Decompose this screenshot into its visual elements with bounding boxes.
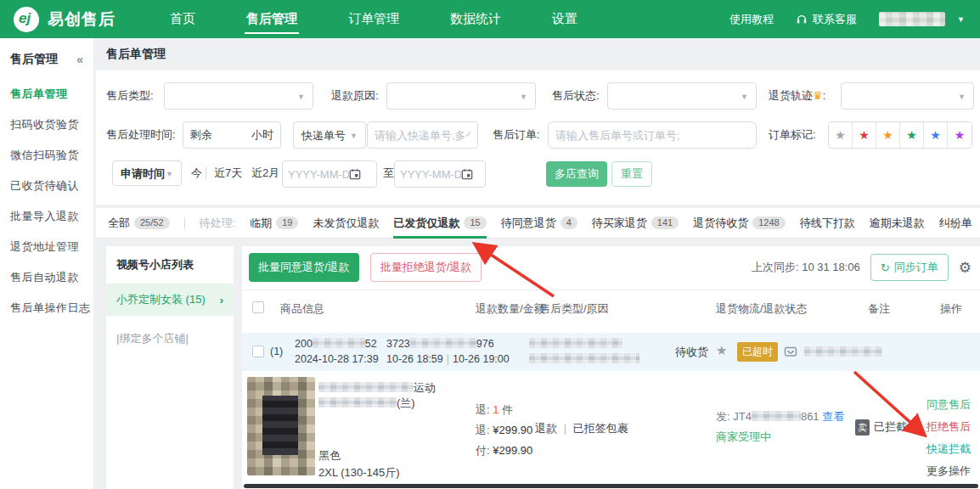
sync-orders-label: 同步订单 bbox=[894, 260, 938, 275]
nav-item-aftersale[interactable]: 售后管理 bbox=[245, 1, 299, 37]
merchant-status: 商家受理中 bbox=[716, 430, 771, 445]
sidebar-item-received-confirm[interactable]: 已收货待确认 bbox=[0, 171, 93, 201]
aftersale-status-select[interactable]: ▼ bbox=[607, 82, 757, 110]
nav-item-home[interactable]: 首页 bbox=[168, 1, 197, 37]
tab-near-deadline[interactable]: 临期19 bbox=[250, 208, 298, 239]
sidebar-item-scan-receive[interactable]: 扫码收货验货 bbox=[0, 110, 93, 140]
remaining-hours-input[interactable]: 剩余 小时 bbox=[183, 121, 281, 149]
reset-button[interactable]: 重置 bbox=[611, 161, 652, 187]
tab-await-buyer-return[interactable]: 待买家退货141 bbox=[592, 208, 679, 239]
contact-service-link[interactable]: 联系客服 bbox=[796, 12, 857, 27]
tab-badge: 19 bbox=[276, 216, 298, 229]
select-all-checkbox[interactable] bbox=[252, 301, 264, 313]
tab-return-await-receive[interactable]: 退货待收货1248 bbox=[693, 208, 785, 239]
tab-dispute[interactable]: 纠纷单 bbox=[939, 208, 972, 239]
sidebar-item-auto-refund[interactable]: 售后自动退款 bbox=[0, 262, 93, 293]
refund-reason-select[interactable]: ▼ bbox=[386, 82, 536, 110]
app-window: ej 易创售后 首页 售后管理 订单管理 数据统计 设置 使用教程 联系客服 ▼… bbox=[0, 0, 980, 489]
sync-orders-button[interactable]: ↻ 同步订单 bbox=[870, 254, 949, 281]
aftersale-order-input-field[interactable] bbox=[555, 123, 749, 147]
star-orange-button[interactable]: ★ bbox=[876, 122, 900, 148]
quick-2months-button[interactable]: 近2月 bbox=[251, 160, 279, 186]
batch-reject-button[interactable]: 批量拒绝退货/退款 bbox=[370, 253, 482, 282]
date-start-field[interactable] bbox=[288, 168, 349, 181]
return-track-select[interactable]: ▼ bbox=[841, 82, 974, 110]
tab-overdue-refund[interactable]: 逾期未退款 bbox=[870, 208, 925, 239]
nav-item-orders[interactable]: 订单管理 bbox=[346, 1, 401, 37]
caret-down-icon: ▼ bbox=[520, 93, 527, 101]
star-green-button[interactable]: ★ bbox=[900, 122, 924, 148]
star-mark-icon[interactable]: ★ bbox=[716, 343, 727, 358]
star-purple-button[interactable]: ★ bbox=[948, 122, 972, 148]
bind-more-stores-link[interactable]: |绑定多个店铺| bbox=[106, 316, 234, 362]
sidebar-item-return-address[interactable]: 退货地址管理 bbox=[0, 232, 93, 262]
tab-offline-payment[interactable]: 待线下打款 bbox=[800, 208, 855, 239]
tab-all[interactable]: 全部25/52 bbox=[108, 208, 170, 239]
nav-item-settings[interactable]: 设置 bbox=[550, 1, 579, 37]
star-gray-button[interactable]: ★ bbox=[829, 122, 853, 148]
product-image[interactable] bbox=[247, 377, 315, 475]
caret-down-icon: ▼ bbox=[350, 132, 358, 140]
sidebar-title: 售后管理 bbox=[10, 52, 58, 67]
tab-shipped-refund[interactable]: 已发货仅退款15 bbox=[393, 208, 486, 239]
multi-store-query-button[interactable]: 多店查询 bbox=[546, 161, 607, 187]
horizontal-scrollbar[interactable] bbox=[244, 484, 978, 488]
sidebar-item-batch-import[interactable]: 批量导入退款 bbox=[0, 201, 93, 232]
nav-item-stats[interactable]: 数据统计 bbox=[448, 1, 503, 37]
sidebar-item-operation-log[interactable]: 售后单操作日志 bbox=[0, 293, 93, 323]
tab-await-approve-return[interactable]: 待同意退货4 bbox=[501, 208, 577, 239]
quick-today-button[interactable]: 今 bbox=[191, 160, 202, 186]
brand-logo-icon: ej bbox=[14, 7, 39, 32]
timeout-tag: 已超时 bbox=[737, 342, 778, 362]
batch-approve-button[interactable]: 批量同意退货/退款 bbox=[249, 253, 359, 282]
last-sync-text: 上次同步: 10 31 18:06 bbox=[752, 260, 860, 275]
express-no-input[interactable] bbox=[367, 121, 478, 149]
seller-tag: 卖 bbox=[855, 419, 870, 436]
caret-down-icon: ▼ bbox=[166, 170, 173, 178]
crown-icon: ♛ bbox=[813, 89, 823, 102]
sidebar-item-wechat-scan[interactable]: 微信扫码验货 bbox=[0, 140, 93, 171]
aftersale-table-panel: 批量同意退货/退款 批量拒绝退货/退款 上次同步: 10 31 18:06 ↻ … bbox=[242, 246, 980, 489]
date-end-input[interactable] bbox=[394, 160, 486, 188]
star-blue-button[interactable]: ★ bbox=[924, 122, 948, 148]
order-date: 2024-10-28 17:39 bbox=[295, 353, 379, 365]
brand: ej 易创售后 bbox=[14, 7, 115, 32]
refund-amount: 退: ¥299.90 bbox=[476, 423, 532, 438]
tab-pending-label: 待处理: bbox=[200, 208, 236, 239]
aftersale-order-input[interactable] bbox=[548, 121, 757, 149]
apply-time-value: 申请时间 bbox=[121, 166, 165, 182]
view-link[interactable]: 查看 bbox=[822, 410, 844, 423]
ship-tracking: 发: JT4861 查看 bbox=[716, 409, 844, 424]
date-end-field[interactable] bbox=[400, 168, 461, 181]
row-checkbox[interactable] bbox=[252, 346, 264, 357]
process-time-label: 售后处理时间: bbox=[106, 121, 176, 149]
product-color: 黑色 bbox=[318, 448, 341, 464]
express-intercept-link[interactable]: 快递拦截 bbox=[926, 441, 980, 457]
aftersale-times: 10-26 18:59|10-26 19:00 bbox=[386, 353, 510, 365]
reject-aftersale-link[interactable]: 拒绝售后 bbox=[926, 419, 980, 435]
tutorial-link[interactable]: 使用教程 bbox=[729, 12, 774, 27]
contact-phone-icon[interactable] bbox=[784, 345, 797, 358]
user-menu[interactable]: ▼ bbox=[879, 12, 965, 26]
quick-7days-button[interactable]: 近7天 bbox=[214, 160, 242, 186]
tab-unshipped-refund[interactable]: 未发货仅退款 bbox=[313, 208, 379, 239]
more-actions-link[interactable]: 更多操作 bbox=[926, 464, 980, 479]
apply-time-select[interactable]: 申请时间 ▼ bbox=[112, 160, 182, 186]
star-red-button[interactable]: ★ bbox=[853, 122, 876, 148]
last-sync-time: 10 31 18:06 bbox=[802, 261, 860, 273]
date-start-input[interactable] bbox=[282, 160, 377, 188]
sidebar-collapse-icon[interactable]: « bbox=[76, 53, 83, 66]
divider: | bbox=[443, 353, 453, 365]
sidebar-item-aftersale-orders[interactable]: 售后单管理 bbox=[0, 79, 93, 110]
approve-aftersale-link[interactable]: 同意售后 bbox=[926, 397, 980, 413]
order-summary-row[interactable]: (1) 20052 2024-10-28 17:39 3723976 10-26… bbox=[242, 333, 980, 371]
product-image-detail bbox=[262, 396, 298, 455]
express-no-select[interactable]: 快递单号 ▼ bbox=[293, 121, 366, 149]
aftersale-type-reason: 退款 | 已拒签包裹 bbox=[535, 421, 628, 436]
remain-prefix: 剩余 bbox=[190, 127, 212, 143]
store-item-active[interactable]: 小乔定制女装 (15) › bbox=[106, 284, 234, 316]
store-list-panel: 视频号小店列表 小乔定制女装 (15) › |绑定多个店铺| bbox=[106, 246, 234, 489]
aftersale-type-label: 售后类型: bbox=[106, 82, 154, 110]
gear-icon[interactable]: ⚙ bbox=[959, 259, 972, 277]
aftersale-type-select[interactable]: ▼ bbox=[164, 82, 313, 110]
